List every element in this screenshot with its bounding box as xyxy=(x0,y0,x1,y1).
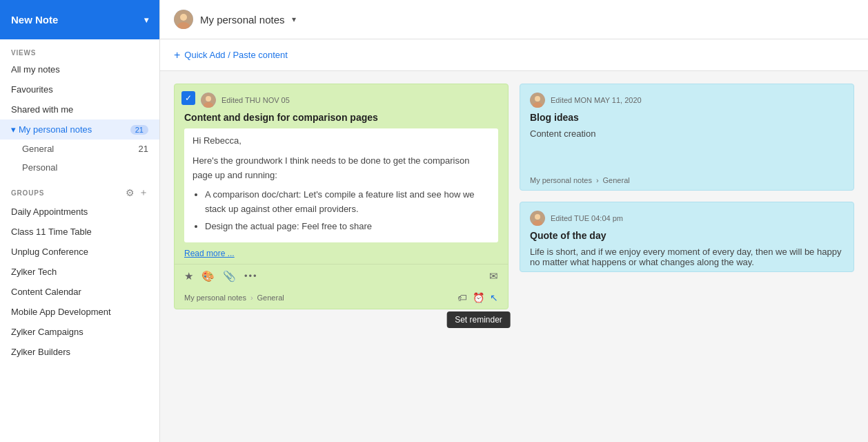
sidebar-item-label: Zylker Campaigns xyxy=(11,327,83,337)
more-options-icon[interactable]: ••• xyxy=(244,271,258,281)
reminder-tooltip: Set reminder xyxy=(446,311,511,328)
note-breadcrumb: My personal notes › General xyxy=(520,171,854,190)
note-edited-date: Edited MON MAY 11, 2020 xyxy=(551,96,642,104)
tag-icon[interactable]: 🏷 xyxy=(457,292,467,303)
note-title: Content and design for comparison pages xyxy=(175,112,508,128)
breadcrumb-notebook: My personal notes xyxy=(184,294,246,302)
sidebar-item-zylker-builders[interactable]: Zylker Builders xyxy=(0,342,159,362)
sidebar-item-favourites[interactable]: Favourites xyxy=(0,79,159,99)
sidebar-item-unplug-conference[interactable]: Unplug Conference xyxy=(0,242,159,262)
groups-settings-icon[interactable]: ⚙ xyxy=(126,187,135,198)
svg-point-4 xyxy=(206,96,211,102)
new-note-chevron-icon: ▾ xyxy=(144,15,148,25)
note-author-avatar xyxy=(530,211,545,226)
breadcrumb-section: General xyxy=(257,294,284,302)
sidebar-item-shared-with-me[interactable]: Shared with me xyxy=(0,99,159,119)
read-more-link[interactable]: Read more ... xyxy=(175,249,244,264)
topbar: My personal notes ▾ xyxy=(160,0,868,39)
sidebar-item-label: Class 11 Time Table xyxy=(11,227,92,237)
note-card-3: Edited TUE 04:04 pm Quote of the day Lif… xyxy=(520,202,854,272)
reminder-icon[interactable]: ⏰ xyxy=(473,292,484,303)
sidebar-item-content-calendar[interactable]: Content Calendar xyxy=(0,282,159,302)
sidebar-item-mobile-app-development[interactable]: Mobile App Development xyxy=(0,302,159,322)
email-icon[interactable]: ✉ xyxy=(489,270,498,282)
note-bullets: A comparison doc/chart: Let's compile a … xyxy=(193,188,490,233)
sidebar-subitem-personal[interactable]: Personal xyxy=(0,158,159,177)
avatar xyxy=(174,10,193,29)
sidebar-item-my-personal-notes[interactable]: ▾My personal notes 21 xyxy=(0,119,159,140)
sidebar: New Note ▾ VIEWS All my notes Favourites… xyxy=(0,0,160,442)
note-edited-date: Edited THU NOV 05 xyxy=(221,96,290,104)
sidebar-item-label: Favourites xyxy=(11,84,53,95)
sidebar-item-label: All my notes xyxy=(11,64,60,75)
note-edited-date: Edited TUE 04:04 pm xyxy=(551,214,623,222)
sidebar-item-label: Shared with me xyxy=(11,104,73,115)
new-note-label: New Note xyxy=(11,14,58,26)
sidebar-item-daily-appointments[interactable]: Daily Appointments xyxy=(0,202,159,222)
sidebar-subitem-label: General xyxy=(22,144,54,154)
sidebar-item-label: Mobile App Development xyxy=(11,307,111,317)
cursor-icon: ↖ xyxy=(490,292,498,303)
breadcrumb-section: General xyxy=(603,176,630,184)
groups-add-icon[interactable]: ＋ xyxy=(139,186,148,199)
note-author-avatar xyxy=(530,93,545,108)
topbar-title: My personal notes xyxy=(200,14,285,26)
sidebar-item-class-time-table[interactable]: Class 11 Time Table xyxy=(0,222,159,242)
reminder-wrap: ⏰ Set reminder xyxy=(473,292,484,303)
svg-point-1 xyxy=(180,14,187,21)
note-actions: ★ 🎨 📎 ••• xyxy=(184,270,258,282)
note-title: Blog ideas xyxy=(520,112,854,128)
note-card-1: ✓ Edited THU NOV 05 Content and design f… xyxy=(174,84,509,309)
new-note-button[interactable]: New Note ▾ xyxy=(0,0,159,39)
sidebar-item-label: Zylker Tech xyxy=(11,267,57,277)
sidebar-item-zylker-campaigns[interactable]: Zylker Campaigns xyxy=(0,322,159,342)
note-greeting: Hi Rebecca, xyxy=(193,134,490,148)
views-section-label: VIEWS xyxy=(0,39,159,59)
breadcrumb-sep: › xyxy=(250,294,253,302)
sidebar-item-all-my-notes[interactable]: All my notes xyxy=(0,59,159,79)
groups-section-header: GROUPS ⚙ ＋ xyxy=(0,177,159,202)
sidebar-item-label: Daily Appointments xyxy=(11,206,88,217)
topbar-chevron-icon[interactable]: ▾ xyxy=(292,15,296,24)
right-column: Edited MON MAY 11, 2020 Blog ideas Conte… xyxy=(520,84,854,309)
sidebar-item-label: Unplug Conference xyxy=(11,247,88,257)
attach-icon[interactable]: 📎 xyxy=(223,270,236,282)
quick-add-label: Quick Add / Paste content xyxy=(184,50,288,60)
note-body-text: Here's the groundwork I think needs to b… xyxy=(193,154,490,183)
palette-icon[interactable]: 🎨 xyxy=(201,270,215,282)
note-card-2: Edited MON MAY 11, 2020 Blog ideas Conte… xyxy=(520,84,854,191)
breadcrumb-notebook: My personal notes xyxy=(530,176,592,184)
note-bullet-2: Design the actual page: Feel free to sha… xyxy=(205,220,490,234)
note-card-header: Edited TUE 04:04 pm xyxy=(520,202,854,230)
note-body-text: Content creation xyxy=(520,128,854,143)
note-bullet-1: A comparison doc/chart: Let's compile a … xyxy=(205,188,490,217)
my-personal-notes-badge: 21 xyxy=(130,125,148,135)
note-card-header: Edited MON MAY 11, 2020 xyxy=(520,84,854,112)
note-author-avatar xyxy=(201,93,216,108)
note-card-footer: ★ 🎨 📎 ••• ✉ xyxy=(175,264,508,288)
notes-area: ✓ Edited THU NOV 05 Content and design f… xyxy=(160,71,868,442)
main-content: My personal notes ▾ + Quick Add / Paste … xyxy=(160,0,868,442)
svg-point-10 xyxy=(535,214,540,220)
note-body-text: Life is short, and if we enjoy every mom… xyxy=(520,247,854,271)
note-body: Hi Rebecca, Here's the groundwork I thin… xyxy=(184,128,498,242)
sidebar-subitem-label: Personal xyxy=(22,162,57,173)
breadcrumb-sep: › xyxy=(596,176,599,184)
note-breadcrumb: My personal notes › General 🏷 ⏰ Set remi… xyxy=(175,288,508,309)
sidebar-item-label: Content Calendar xyxy=(11,287,81,297)
sidebar-item-label: Zylker Builders xyxy=(11,347,70,357)
note-checkbox[interactable]: ✓ xyxy=(181,91,195,105)
quick-add-plus-icon: + xyxy=(174,49,180,61)
note-title: Quote of the day xyxy=(520,230,854,247)
sidebar-subitem-general[interactable]: General 21 xyxy=(0,140,159,158)
general-badge: 21 xyxy=(139,144,148,154)
note-card-header: Edited THU NOV 05 xyxy=(175,84,508,112)
sidebar-item-label: ▾My personal notes xyxy=(11,124,92,135)
sidebar-item-zylker-tech[interactable]: Zylker Tech xyxy=(0,262,159,282)
groups-section-label: GROUPS xyxy=(11,189,44,197)
star-icon[interactable]: ★ xyxy=(184,270,193,282)
quick-add-bar[interactable]: + Quick Add / Paste content xyxy=(160,39,868,71)
svg-point-7 xyxy=(535,96,540,102)
